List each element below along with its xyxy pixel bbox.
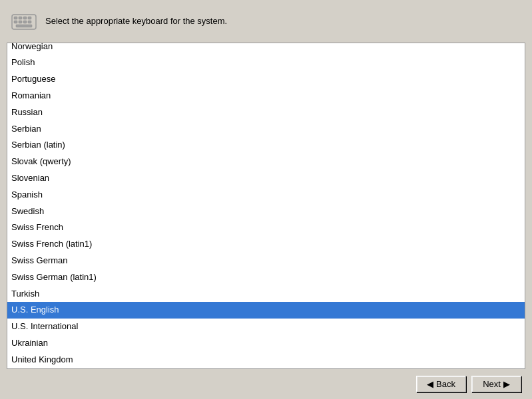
- list-item[interactable]: Spanish: [7, 187, 525, 203]
- next-arrow-icon: ▶: [503, 379, 510, 389]
- list-item[interactable]: Swiss German (latin1): [7, 269, 525, 286]
- list-item[interactable]: Slovak (qwerty): [7, 154, 525, 170]
- list-item[interactable]: Romanian: [7, 88, 525, 104]
- header: Select the appropriate keyboard for the …: [0, 0, 532, 43]
- keyboard-list-scroll[interactable]: ItalianItalian (IBM)Italian (it2)Japanes…: [7, 43, 525, 368]
- back-arrow-icon: ◀: [427, 379, 433, 389]
- back-label: Back: [436, 379, 455, 389]
- list-item[interactable]: Polish: [7, 55, 525, 71]
- keyboard-icon: [11, 8, 37, 35]
- list-item[interactable]: Slovenian: [7, 170, 525, 187]
- header-text: Select the appropriate keyboard for the …: [45, 15, 227, 27]
- list-item[interactable]: Swiss French (latin1): [7, 236, 525, 253]
- list-item[interactable]: Turkish: [7, 286, 525, 303]
- svg-rect-2: [19, 17, 22, 19]
- svg-rect-5: [14, 21, 17, 23]
- list-item[interactable]: Swiss German: [7, 253, 525, 269]
- list-item[interactable]: U.S. English: [7, 302, 525, 319]
- svg-rect-4: [28, 17, 31, 19]
- next-button[interactable]: Next ▶: [471, 376, 521, 392]
- list-item[interactable]: Russian: [7, 104, 525, 121]
- next-label: Next: [483, 379, 501, 389]
- svg-rect-6: [19, 21, 22, 23]
- back-button[interactable]: ◀ Back: [416, 376, 466, 392]
- list-item[interactable]: Swiss French: [7, 219, 525, 236]
- keyboard-list-container: ItalianItalian (IBM)Italian (it2)Japanes…: [7, 43, 525, 369]
- list-item[interactable]: United Kingdom: [7, 352, 525, 368]
- list-item[interactable]: Serbian: [7, 121, 525, 138]
- list-item[interactable]: Serbian (latin): [7, 137, 525, 154]
- footer: ◀ Back Next ▶: [0, 369, 532, 399]
- svg-rect-1: [14, 17, 17, 19]
- main-content: ItalianItalian (IBM)Italian (it2)Japanes…: [0, 43, 532, 369]
- list-item[interactable]: Norwegian: [7, 43, 525, 55]
- list-item[interactable]: Portuguese: [7, 71, 525, 88]
- list-item[interactable]: U.S. International: [7, 319, 525, 335]
- svg-rect-9: [16, 25, 32, 27]
- svg-rect-7: [23, 21, 27, 23]
- list-item[interactable]: Swedish: [7, 203, 525, 220]
- list-item[interactable]: Ukrainian: [7, 335, 525, 352]
- svg-rect-3: [23, 17, 27, 19]
- svg-rect-8: [28, 21, 31, 23]
